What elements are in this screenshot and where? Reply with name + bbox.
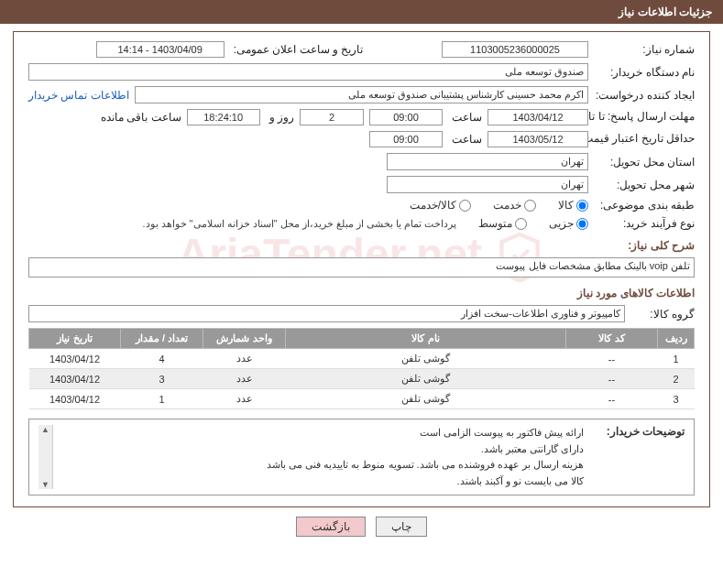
label-validity: حداقل تاریخ اعتبار قیمت: تا تاریخ:	[594, 132, 695, 147]
field-req-no: 1103005236000025	[442, 41, 588, 58]
field-validity-date: 1403/05/12	[487, 131, 588, 147]
th-name: نام کالا	[286, 329, 566, 349]
cell-name: گوشی تلفن	[286, 389, 566, 409]
cell-row: 1	[658, 349, 695, 369]
cell-unit: عدد	[203, 369, 286, 389]
field-item-group: کامپیوتر و فناوری اطلاعات-سخت افزار	[28, 305, 625, 322]
print-button[interactable]: چاپ	[376, 517, 427, 537]
process-note: پرداخت تمام یا بخشی از مبلغ خرید،از محل …	[142, 218, 456, 230]
label-deadline: مهلت ارسال پاسخ: تا تاریخ:	[594, 110, 695, 125]
cell-qty: 1	[121, 389, 203, 409]
label-buyer-notes: توضیحات خریدار:	[593, 425, 685, 438]
cell-unit: عدد	[203, 349, 286, 369]
back-button[interactable]: بازگشت	[296, 517, 366, 537]
label-category: طبقه بندی موضوعی:	[594, 199, 695, 212]
cell-qty: 3	[121, 369, 203, 389]
table-row: 1--گوشی تلفنعدد41403/04/12	[29, 349, 695, 369]
cell-need_date: 1403/04/12	[29, 389, 121, 409]
label-province: استان محل تحویل:	[594, 156, 695, 169]
buyer-notes-text: ارائه پیش فاکتور به پیوست الزامی استدارا…	[62, 425, 584, 489]
label-rooz: روز و	[266, 111, 294, 124]
field-deadline-time: 09:00	[369, 109, 443, 125]
cell-code: --	[566, 389, 658, 409]
items-table: ردیف کد کالا نام کالا واحد شمارش تعداد /…	[28, 328, 695, 409]
items-heading: اطلاعات کالاهای مورد نیاز	[28, 287, 695, 299]
field-time-remain: 18:24:10	[187, 109, 260, 125]
label-process: نوع فرآیند خرید:	[594, 217, 695, 230]
label-item-group: گروه کالا:	[630, 308, 695, 321]
field-summary: تلفن voip بالینک مطابق مشخصات فایل پیوست	[28, 257, 695, 278]
radio-partial[interactable]: جزیی	[549, 217, 588, 230]
button-row: چاپ بازگشت	[0, 517, 723, 537]
cell-code: --	[566, 349, 658, 369]
th-code: کد کالا	[566, 329, 658, 349]
radio-both[interactable]: کالا/خدمت	[410, 199, 471, 212]
field-buyer-org: صندوق توسعه ملی	[28, 63, 588, 81]
label-saat-2: ساعت	[448, 133, 482, 146]
field-validity-time: 09:00	[369, 131, 443, 147]
cell-name: گوشی تلفن	[286, 349, 566, 369]
th-unit: واحد شمارش	[203, 329, 286, 349]
radio-partial-label: جزیی	[549, 217, 574, 230]
cell-name: گوشی تلفن	[286, 369, 566, 389]
radio-medium[interactable]: متوسط	[478, 217, 527, 230]
radio-service-label: خدمت	[493, 199, 521, 212]
buyer-notes-box: توضیحات خریدار: ارائه پیش فاکتور به پیوس…	[28, 419, 695, 495]
label-req-no: شماره نیاز:	[594, 43, 695, 56]
table-row: 2--گوشی تلفنعدد31403/04/12	[29, 369, 695, 389]
th-qty: تعداد / مقدار	[121, 329, 203, 349]
label-city: شهر محل تحویل:	[594, 179, 695, 191]
details-panel: شماره نیاز: 1103005236000025 تاریخ و ساع…	[13, 31, 710, 507]
table-row: 3--گوشی تلفنعدد11403/04/12	[29, 389, 695, 409]
label-saat-1: ساعت	[448, 111, 482, 124]
field-deadline-date: 1403/04/12	[487, 109, 588, 125]
label-remain: ساعت باقی مانده	[97, 111, 181, 124]
radio-both-label: کالا/خدمت	[410, 199, 456, 212]
cell-unit: عدد	[203, 389, 286, 409]
field-province: تهران	[387, 153, 588, 170]
radio-goods[interactable]: کالا	[558, 199, 588, 212]
cell-need_date: 1403/04/12	[29, 369, 121, 389]
field-days-remain: 2	[300, 109, 364, 125]
radio-goods-label: کالا	[558, 199, 574, 212]
label-requester: ایجاد کننده درخواست:	[594, 89, 695, 102]
cell-row: 2	[658, 369, 695, 389]
scrollbar[interactable]: ▲ ▼	[38, 425, 53, 489]
scroll-down-icon[interactable]: ▼	[41, 480, 49, 489]
field-requester: اکرم محمد حسینی کارشناس پشتیبانی صندوق ت…	[135, 86, 588, 103]
field-announce-dt: 1403/04/09 - 14:14	[96, 41, 225, 58]
cell-qty: 4	[121, 349, 203, 369]
scroll-up-icon[interactable]: ▲	[41, 425, 49, 434]
label-summary: شرح کلی نیاز:	[28, 239, 695, 252]
field-city: تهران	[387, 176, 588, 193]
radio-service[interactable]: خدمت	[493, 199, 536, 212]
cell-need_date: 1403/04/12	[29, 349, 121, 369]
page-title: جزئیات اطلاعات نیاز	[0, 0, 723, 24]
cell-code: --	[566, 369, 658, 389]
label-announce-dt: تاریخ و ساعت اعلان عمومی:	[230, 43, 364, 56]
label-buyer-org: نام دستگاه خریدار:	[594, 66, 695, 79]
th-row: ردیف	[658, 329, 695, 349]
buyer-contact-link[interactable]: اطلاعات تماس خریدار	[28, 89, 129, 102]
th-date: تاریخ نیاز	[29, 329, 121, 349]
radio-medium-label: متوسط	[478, 217, 512, 230]
cell-row: 3	[658, 389, 695, 409]
